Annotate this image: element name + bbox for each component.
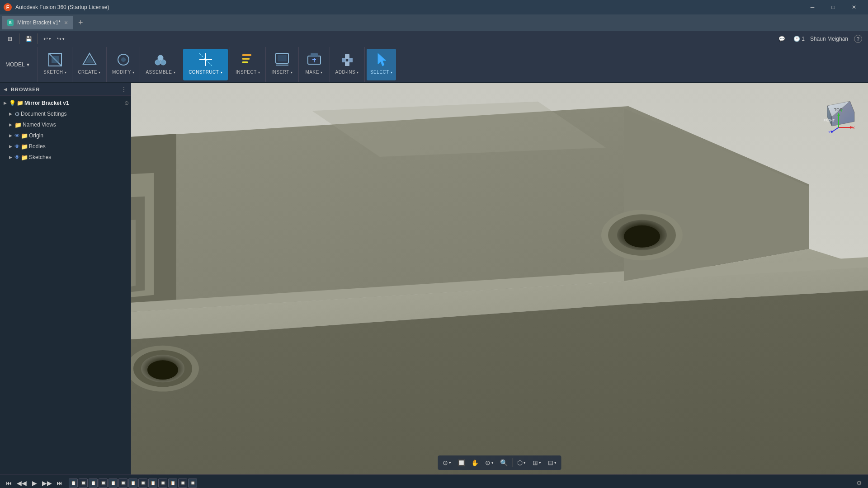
play-start-button[interactable]: ⏮ <box>4 478 14 488</box>
insert-button[interactable]: INSERT ▾ <box>268 49 296 80</box>
more-options-icon: ⊟ <box>548 459 553 466</box>
close-button[interactable]: ✕ <box>844 0 864 14</box>
maximize-button[interactable]: □ <box>823 0 844 14</box>
save-button[interactable]: 💾 <box>22 33 35 45</box>
svg-point-85 <box>624 225 660 248</box>
timeline-marker-2[interactable]: 🔲 <box>79 479 88 488</box>
timeline-area[interactable]: 📋 🔲 📋 🔲 📋 🔲 📋 🔲 📋 🔲 📋 🔲 🔲 <box>67 478 852 488</box>
make-label: MAKE ▾ <box>305 70 322 75</box>
timeline-marker-13[interactable]: 🔲 <box>188 479 197 488</box>
tree-item-named-views[interactable]: ▶ 📁 Named Views <box>0 119 131 130</box>
tree-item-doc-settings[interactable]: ▶ ⚙ Document Settings <box>0 108 131 119</box>
display-mode-icon: ⬡ <box>517 459 523 466</box>
select-button[interactable]: SELECT ▾ <box>367 49 396 80</box>
construct-section: CONSTRUCT ▾ <box>181 47 230 82</box>
grid-button[interactable]: ⊞ ▾ <box>530 456 544 469</box>
construct-button[interactable]: CONSTRUCT ▾ <box>183 49 228 80</box>
sketches-label: Sketches <box>29 154 129 160</box>
clock-count: 1 <box>802 36 805 42</box>
addins-section: ADD-INS ▾ <box>330 47 365 82</box>
snap-button[interactable]: 🔲 <box>455 456 468 469</box>
view-cube[interactable]: TOP FRONT X Y Z <box>818 92 859 133</box>
timeline-marker-9[interactable]: 📋 <box>148 479 157 488</box>
timeline-toolbar: ⏮ ◀◀ ▶ ▶▶ ⏭ 📋 🔲 📋 🔲 📋 🔲 📋 🔲 📋 🔲 📋 🔲 🔲 ⚙ <box>0 474 868 488</box>
clock-button[interactable]: 🕐 1 <box>792 33 807 45</box>
inspect-icon <box>239 51 257 69</box>
pan-icon: ✋ <box>471 459 479 466</box>
svg-rect-14 <box>242 61 248 63</box>
svg-rect-2 <box>52 56 59 63</box>
timeline-marker-5[interactable]: 📋 <box>108 479 118 488</box>
ribbon: MODEL ▾ SKETCH ▾ CREATE ▾ <box>0 47 868 83</box>
more-options-button[interactable]: ⊟ ▾ <box>545 456 560 469</box>
make-button[interactable]: MAKE ▾ <box>301 49 328 80</box>
addins-button[interactable]: ADD-INS ▾ <box>332 49 363 80</box>
viewport[interactable]: TOP FRONT X Y Z ⊙ ▾ 🔲 <box>131 83 868 474</box>
pan-button[interactable]: ✋ <box>469 456 481 469</box>
origin-arrow[interactable]: ▶ <box>7 132 14 139</box>
tree-item-root[interactable]: ▶ 💡 📁 Mirror Bracket v1 ⊙ <box>0 98 131 108</box>
chat-button[interactable]: 💬 <box>775 33 788 45</box>
timeline-marker-6[interactable]: 🔲 <box>118 479 127 488</box>
help-button[interactable]: ? <box>852 33 864 45</box>
root-settings-icon[interactable]: ⊙ <box>124 100 129 106</box>
orbit-home-button[interactable]: ⊙ ▾ <box>440 456 454 469</box>
svg-rect-13 <box>242 58 250 60</box>
eye-icon-origin[interactable]: 👁 <box>14 132 20 139</box>
minimize-button[interactable]: ─ <box>802 0 823 14</box>
svg-rect-18 <box>311 53 318 57</box>
sketches-arrow[interactable]: ▶ <box>7 154 14 160</box>
play-next-button[interactable]: ▶▶ <box>42 478 52 488</box>
sketch-button[interactable]: SKETCH ▾ <box>40 49 70 80</box>
tree-item-origin[interactable]: ▶ 👁 📁 Origin <box>0 130 131 141</box>
create-icon <box>80 51 99 69</box>
root-arrow[interactable]: ▶ <box>2 100 8 106</box>
browser-collapse-icon[interactable]: ◀ <box>4 87 7 92</box>
play-prev-button[interactable]: ◀◀ <box>16 478 27 488</box>
zoom-fit-button[interactable]: ⊙ ▾ <box>482 456 497 469</box>
timeline-marker-12[interactable]: 🔲 <box>178 479 187 488</box>
inspect-section: INSPECT ▾ <box>230 47 266 82</box>
timeline-marker-3[interactable]: 📋 <box>89 479 98 488</box>
assemble-icon <box>151 51 170 69</box>
tab-close-icon[interactable]: × <box>64 19 68 26</box>
bodies-arrow[interactable]: ▶ <box>7 143 14 150</box>
timeline-marker-8[interactable]: 🔲 <box>138 479 147 488</box>
svg-point-89 <box>147 360 178 380</box>
inspect-button[interactable]: INSPECT ▾ <box>232 49 264 80</box>
doc-settings-arrow[interactable]: ▶ <box>7 111 14 117</box>
eye-icon-sketches[interactable]: 👁 <box>14 154 20 160</box>
tab-mirror-bracket[interactable]: B Mirror Bracket v1* × <box>2 16 73 29</box>
grid-menu-button[interactable]: ⊞ <box>4 33 16 45</box>
play-start-icon: ⏮ <box>6 479 12 487</box>
timeline-marker-11[interactable]: 📋 <box>168 479 177 488</box>
workspace: ◀ BROWSER ⋮ ▶ 💡 📁 Mirror Bracket v1 ⊙ ▶ … <box>0 83 868 474</box>
timeline-marker-7[interactable]: 📋 <box>128 479 137 488</box>
eye-icon-bodies[interactable]: 👁 <box>14 143 20 150</box>
bodies-label: Bodies <box>29 143 129 150</box>
zoom-button[interactable]: 🔍 <box>498 456 510 469</box>
timeline-marker-10[interactable]: 🔲 <box>158 479 167 488</box>
undo-button[interactable]: ↩▾ <box>41 33 53 45</box>
tree-item-bodies[interactable]: ▶ 👁 📁 Bodies <box>0 141 131 152</box>
named-views-arrow[interactable]: ▶ <box>7 122 14 128</box>
select-section: SELECT ▾ <box>365 47 399 82</box>
insert-label: INSERT ▾ <box>271 70 292 75</box>
browser-header: ◀ BROWSER ⋮ <box>0 83 131 96</box>
browser-options-icon[interactable]: ⋮ <box>121 86 127 93</box>
timeline-marker-4[interactable]: 🔲 <box>99 479 108 488</box>
redo-button[interactable]: ↪▾ <box>54 33 67 45</box>
assemble-button[interactable]: ASSEMBLE ▾ <box>142 49 179 80</box>
timeline-marker-1[interactable]: 📋 <box>69 479 78 488</box>
timeline-settings-button[interactable]: ⚙ <box>854 478 864 488</box>
orbit-home-icon: ⊙ <box>443 459 448 466</box>
new-tab-button[interactable]: + <box>74 16 87 29</box>
create-button[interactable]: CREATE ▾ <box>74 49 104 80</box>
modify-button[interactable]: MODIFY ▾ <box>108 49 138 80</box>
model-dropdown[interactable]: MODEL ▾ <box>2 47 38 82</box>
play-end-button[interactable]: ⏭ <box>54 478 65 488</box>
display-mode-button[interactable]: ⬡ ▾ <box>514 456 529 469</box>
play-play-button[interactable]: ▶ <box>29 478 40 488</box>
tree-item-sketches[interactable]: ▶ 👁 📁 Sketches <box>0 152 131 163</box>
browser-tree: ▶ 💡 📁 Mirror Bracket v1 ⊙ ▶ ⚙ Document S… <box>0 96 131 474</box>
